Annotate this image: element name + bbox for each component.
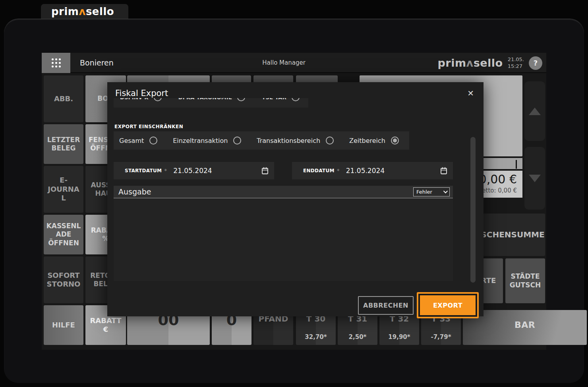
radio-gesamt[interactable]: [149, 137, 157, 144]
option-einzeltransaktion[interactable]: Einzeltransaktion: [173, 137, 241, 144]
button-label: EXPORT: [433, 302, 462, 309]
field-label: STARTDATUM: [125, 168, 162, 173]
format-option-dsfinvk[interactable]: DSFINV-K: [120, 98, 162, 101]
tender-value: 19,90*: [388, 333, 410, 341]
datetime: 21.05. 15:27: [508, 56, 524, 70]
button-hilfe[interactable]: HILFE: [44, 305, 83, 345]
required-star: *: [164, 168, 167, 174]
screen: primʌsello Bonieren Hallo Manager primʌs…: [0, 0, 588, 387]
help-button[interactable]: ?: [529, 56, 542, 70]
text-cursor: [516, 160, 517, 169]
close-icon[interactable]: ✕: [465, 88, 476, 99]
tender-value: 2,50*: [349, 333, 367, 341]
chevron-down-icon: [443, 189, 448, 193]
button-label: BAR: [514, 320, 535, 331]
modal-scrollbar-thumb[interactable]: [470, 137, 476, 283]
radio-dsfinvk[interactable]: [154, 98, 162, 101]
restrict-heading: EXPORT EINSCHRÄNKEN: [114, 124, 183, 129]
option-label: Einzeltransaktion: [173, 137, 228, 144]
radio-dfka[interactable]: [237, 98, 245, 101]
fiskal-export-dialog: Fiskal Export ✕ DSFINV-K DFKA TAXONOMIE …: [107, 82, 484, 316]
radio-zeitbereich[interactable]: [391, 137, 399, 144]
option-gesamt[interactable]: Gesamt: [119, 137, 157, 144]
restrict-options-row: Gesamt Einzeltransaktion Transaktionsber…: [114, 131, 409, 150]
button-staedte-gutsch[interactable]: STÄDTE GUTSCH: [505, 258, 545, 303]
export-button[interactable]: EXPORT: [420, 295, 476, 315]
grid-menu-icon: [52, 58, 61, 67]
button-label: SOFORT STORNO: [46, 271, 81, 289]
option-label: Transaktionsbereich: [257, 137, 320, 144]
button-sofort-storno[interactable]: SOFORT STORNO: [44, 256, 83, 303]
option-label: Gesamt: [119, 137, 144, 144]
tender-value: 32,70*: [305, 333, 327, 341]
menu-button[interactable]: [42, 53, 70, 73]
button-label: LETZTER BELEG: [46, 136, 81, 153]
radio-transaktionsbereich[interactable]: [326, 137, 334, 144]
field-label: ENDDATUM: [303, 168, 335, 173]
format-option-tse-tar[interactable]: TSE TAR: [262, 98, 300, 101]
primasello-logo: primʌsello: [51, 6, 114, 17]
format-option-label: TSE TAR: [262, 98, 286, 100]
date-value: 21.05.2024: [346, 167, 385, 175]
button-label: RABATT €: [88, 316, 124, 334]
header-logo: primʌsello: [438, 58, 503, 68]
enddatum-field[interactable]: ENDDATUM * 21.05.2024: [292, 162, 453, 179]
logo-caret-icon: ʌ: [466, 57, 474, 69]
logo-caret-icon: ʌ: [79, 6, 85, 17]
question-icon: ?: [534, 59, 538, 67]
button-label: HILFE: [52, 321, 75, 330]
ausgabe-header: Ausgabe Fehler: [114, 186, 453, 198]
scroll-down-button[interactable]: [524, 147, 545, 210]
button-kassenlade-oeffnen[interactable]: KASSENLADE ÖFFNEN: [44, 215, 83, 254]
ausgabe-output: [114, 198, 453, 281]
required-star: *: [337, 168, 340, 174]
button-label: STÄDTE GUTSCH: [508, 272, 543, 289]
button-label: ABBRECHEN: [363, 302, 408, 309]
scroll-up-icon: [529, 108, 541, 115]
format-option-label: DSFINV-K: [120, 98, 149, 100]
radio-einzeltransaktion[interactable]: [233, 137, 241, 144]
page-title: Bonieren: [80, 53, 114, 73]
logo-pre: prim: [51, 6, 79, 17]
select-value: Fehler: [416, 189, 432, 195]
pos-app: Bonieren Hallo Manager primʌsello 21.05.…: [42, 53, 546, 350]
format-option-label: DFKA TAXONOMIE: [178, 98, 232, 100]
scroll-up-button[interactable]: [524, 81, 545, 141]
logo-post: sello: [86, 6, 114, 17]
date-value: 21.05.2024: [173, 167, 212, 175]
option-label: Zeitbereich: [349, 137, 385, 144]
scroll-down-icon: [529, 175, 541, 182]
abbrechen-button[interactable]: ABBRECHEN: [358, 296, 414, 315]
app-header: Bonieren Hallo Manager primʌsello 21.05.…: [42, 53, 546, 73]
button-label: E-JOURNAL: [46, 176, 81, 203]
button-abb[interactable]: ABB.: [44, 75, 83, 122]
option-zeitbereich[interactable]: Zeitbereich: [349, 137, 399, 144]
logo-pre: prim: [438, 57, 466, 69]
button-label: ABB.: [54, 94, 73, 104]
calendar-icon[interactable]: [440, 167, 447, 175]
export-highlight-ring: EXPORT: [417, 292, 479, 318]
date-label: 21.05.: [508, 56, 524, 63]
tender-value: -7,79*: [431, 333, 451, 341]
browser-tab[interactable]: primʌsello: [41, 4, 128, 19]
option-transaktionsbereich[interactable]: Transaktionsbereich: [257, 137, 334, 144]
ausgabe-title: Ausgabe: [118, 187, 151, 196]
logo-post: sello: [474, 57, 503, 69]
radio-tse-tar[interactable]: [292, 98, 300, 101]
ausgabe-filter-select[interactable]: Fehler: [413, 187, 450, 196]
calendar-icon[interactable]: [261, 167, 269, 175]
dialog-title: Fiskal Export: [115, 89, 168, 98]
startdatum-field[interactable]: STARTDATUM * 21.05.2024: [114, 162, 274, 179]
format-options-row: DSFINV-K DFKA TAXONOMIE TSE TAR: [114, 98, 308, 111]
button-e-journal[interactable]: E-JOURNAL: [44, 166, 83, 213]
button-letzter-beleg[interactable]: LETZTER BELEG: [44, 124, 83, 164]
button-label: KASSENLADE ÖFFNEN: [46, 222, 81, 247]
format-option-dfka[interactable]: DFKA TAXONOMIE: [178, 98, 246, 101]
user-greeting: Hallo Manager: [262, 53, 306, 73]
time-label: 15:27: [508, 63, 524, 70]
